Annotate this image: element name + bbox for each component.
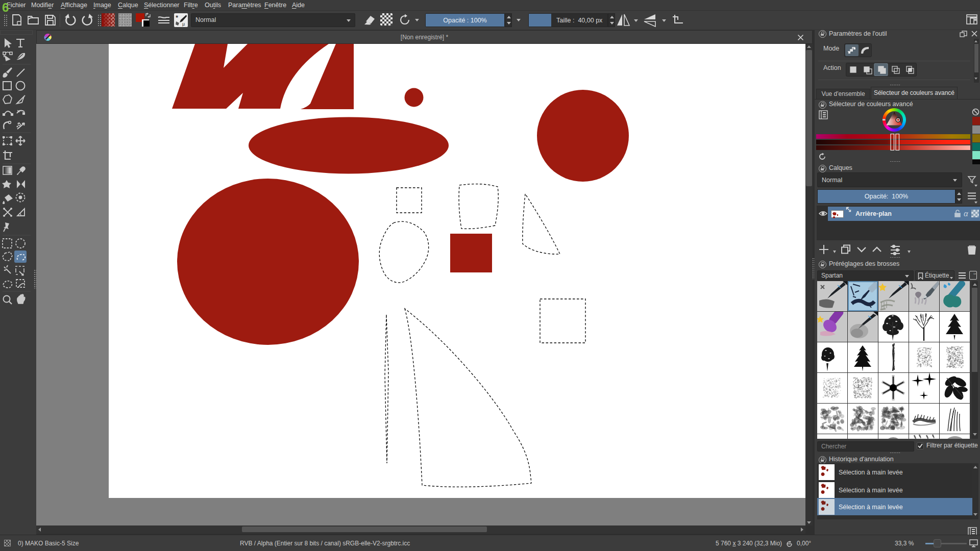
svg-text:µ: µ [182, 21, 185, 27]
svg-text:★: ★ [175, 14, 179, 19]
